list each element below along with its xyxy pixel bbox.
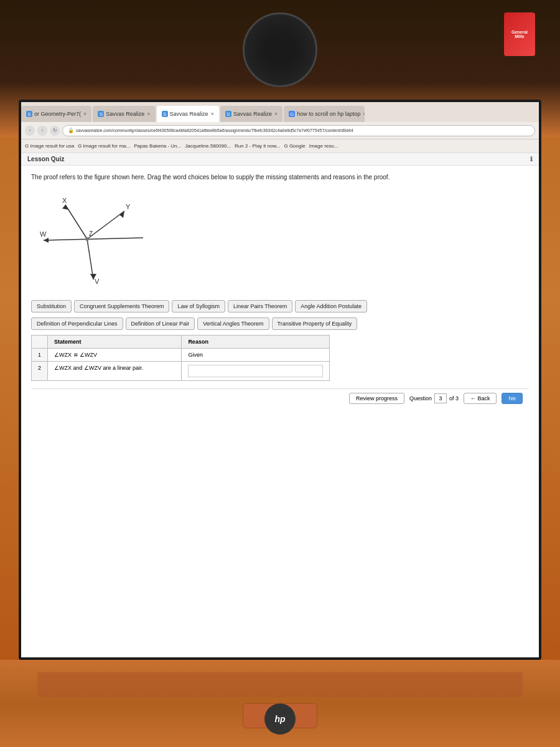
hp-logo: hp (264, 703, 296, 735)
drop-zone-reason2[interactable] (188, 365, 323, 377)
question-indicator: Question 3 of 3 (409, 393, 459, 403)
bookmark-run2[interactable]: Run 2 - Play it now... (235, 143, 280, 149)
row2-reason-dropzone[interactable] (182, 362, 330, 381)
geometry-figure: X W Y V Z (31, 189, 156, 289)
bookmark-ma[interactable]: G Image result for ma... (78, 143, 130, 149)
refresh-btn[interactable]: ↻ (50, 126, 60, 136)
figure-container: X W Y V Z (31, 189, 529, 291)
tab-icon-savvas1: S (98, 111, 104, 117)
tab-savvas1[interactable]: S Savvas Realize × (93, 106, 155, 122)
question-label: Question (409, 395, 432, 402)
content-area: The proof refers to the figure shown her… (21, 166, 539, 657)
svg-line-3 (87, 239, 93, 280)
tab-savvas2[interactable]: S Savvas Realize × (157, 106, 219, 122)
table-header-num (32, 336, 48, 349)
back-nav-btn[interactable]: ‹ (25, 126, 35, 136)
drag-btn-transitive[interactable]: Transitive Property of Equality (272, 317, 358, 330)
row2-num: 2 (32, 362, 48, 381)
tab-icon-geometry: S (26, 111, 32, 117)
screen: S or Geometry-Per7( × S Savvas Realize ×… (21, 102, 539, 657)
svg-text:W: W (40, 230, 47, 238)
svg-text:Y: Y (126, 203, 131, 210)
bottom-bar: Review progress Question 3 of 3 ← Back N… (31, 388, 529, 408)
tab-google[interactable]: G how to scroll on hp laptop × (284, 106, 365, 122)
drag-btn-vertical-angles[interactable]: Vertical Angles Theorem (197, 317, 269, 330)
webcam (243, 12, 317, 87)
cereal-box: GeneralMills (504, 12, 535, 56)
review-progress-button[interactable]: Review progress (349, 393, 404, 404)
tab-close-savvas2[interactable]: × (211, 111, 214, 117)
svg-marker-6 (119, 211, 124, 218)
bookmarks-bar: G Image result for usa G Image result fo… (21, 139, 539, 153)
lesson-header: Lesson Quiz ℹ (21, 153, 539, 166)
svg-line-1 (65, 205, 87, 239)
drag-btn-linear-pairs[interactable]: Linear Pairs Theorem (228, 300, 292, 312)
row1-reason: Given (182, 349, 330, 362)
tab-icon-savvas3: S (225, 111, 231, 117)
bookmark-jacqueline[interactable]: Jacqueline.580090... (185, 143, 231, 149)
drag-btn-linear-pair-def[interactable]: Definition of Linear Pair (126, 317, 195, 330)
row1-statement: ∠WZX ≅ ∠WZV (48, 349, 182, 362)
drag-btn-perpendicular[interactable]: Definition of Perpendicular Lines (31, 317, 123, 330)
keyboard (37, 672, 523, 697)
table-header-statement: Statement (48, 336, 182, 349)
svg-text:X: X (62, 197, 67, 204)
bookmark-papas[interactable]: Papas Bakeria - Un... (134, 143, 181, 149)
drag-buttons-area-2: Definition of Perpendicular Lines Defini… (31, 317, 529, 330)
lock-icon: 🔒 (68, 128, 74, 133)
tab-icon-google: G (289, 111, 295, 117)
svg-text:V: V (95, 278, 100, 285)
bookmark-google[interactable]: G Google (284, 143, 305, 149)
tab-close-google[interactable]: × (363, 111, 365, 117)
laptop-bottom: hp (0, 660, 560, 747)
tab-savvas3[interactable]: S Savvas Realize × (220, 106, 282, 122)
svg-line-0 (44, 238, 143, 240)
info-icon: ℹ (530, 156, 533, 162)
drag-btn-law-syllogism[interactable]: Law of Syllogism (172, 300, 225, 312)
instruction-text: The proof refers to the figure shown her… (31, 173, 529, 182)
bookmark-usa[interactable]: G Image result for usa (25, 143, 74, 149)
back-button[interactable]: ← Back (464, 393, 497, 404)
table-header-reason: Reason (182, 336, 330, 349)
browser-tabs: S or Geometry-Per7( × S Savvas Realize ×… (21, 102, 539, 122)
svg-point-13 (85, 237, 89, 241)
tab-geometry[interactable]: S or Geometry-Per7( × (21, 106, 91, 122)
next-button[interactable]: Ne (502, 393, 523, 404)
screen-bezel: S or Geometry-Per7( × S Savvas Realize ×… (19, 100, 541, 660)
question-number: 3 (434, 393, 447, 403)
drag-btn-substitution[interactable]: Substitution (31, 300, 72, 312)
bookmark-image[interactable]: Image resu... (309, 143, 338, 149)
address-bar: ‹ › ↻ 🔒 savvasrealize.com/community/clas… (21, 122, 539, 139)
proof-table: Statement Reason 1 ∠WZX ≅ ∠WZV Given 2 ∠… (31, 335, 330, 381)
forward-nav-btn[interactable]: › (37, 126, 47, 136)
tab-close-savvas1[interactable]: × (147, 111, 150, 117)
svg-marker-5 (44, 238, 49, 243)
drag-buttons-area: Substitution Congruent Supplements Theor… (31, 300, 529, 312)
lesson-title: Lesson Quiz (27, 156, 64, 162)
row2-statement: ∠WZX and ∠WZV are a linear pair. (48, 362, 182, 381)
table-row: 2 ∠WZX and ∠WZV are a linear pair. (32, 362, 330, 381)
tab-close-geometry[interactable]: × (83, 111, 86, 117)
drag-btn-angle-addition[interactable]: Angle Addition Postulate (295, 300, 367, 312)
tab-icon-savvas2: S (162, 111, 168, 117)
url-bar[interactable]: 🔒 savvasrealize.com/community/classes/ce… (62, 125, 535, 136)
row1-num: 1 (32, 349, 48, 362)
of-label: of 3 (449, 395, 459, 402)
svg-marker-4 (62, 205, 68, 210)
drag-btn-congruent-supplements[interactable]: Congruent Supplements Theorem (74, 300, 169, 312)
tab-close-savvas3[interactable]: × (274, 111, 278, 117)
laptop-shell: GeneralMills S or Geometry-Per7( × S Sav… (0, 0, 560, 747)
table-row: 1 ∠WZX ≅ ∠WZV Given (32, 349, 330, 362)
svg-text:Z: Z (89, 230, 93, 237)
